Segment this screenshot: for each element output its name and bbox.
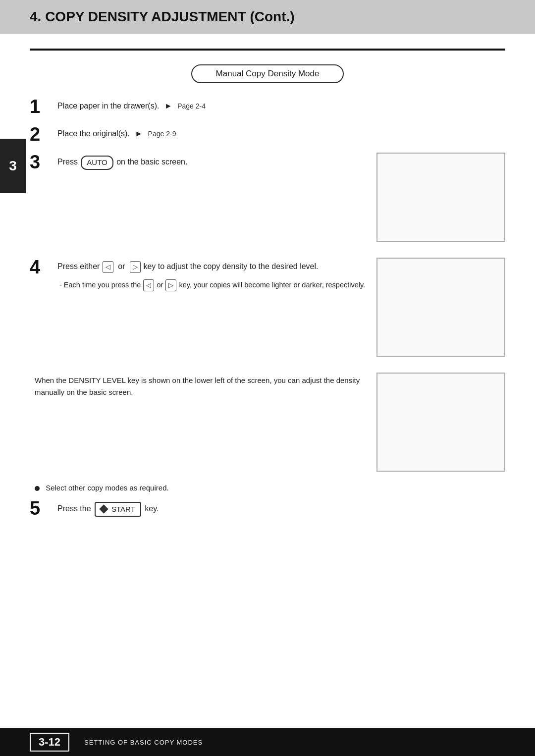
step-1-text: Place paper in the drawer(s). [57,102,159,110]
select-modes-bullet: Select other copy modes as required. [35,483,505,494]
step-1-row: 1 Place paper in the drawer(s). ► Page 2… [30,97,505,116]
step-3-number: 3 [30,153,57,171]
start-key-badge: START [95,502,141,517]
step-1-link: Page 2-4 [177,102,206,110]
step-5-row: 5 Press the START key. [30,499,505,518]
step-3-image-row: 3 Press AUTO on the basic screen. [30,153,505,242]
step-1-arrow: ► [164,100,172,112]
step-3-content: Press AUTO on the basic screen. [57,153,367,170]
step-1-content: Place paper in the drawer(s). ► Page 2-4 [57,97,505,112]
side-tab-label: 3 [9,158,17,174]
select-modes-text: Select other copy modes as required. [46,484,168,492]
step-4-number: 4 [30,258,57,276]
step-3-row: 3 Press AUTO on the basic screen. [30,153,367,171]
step-2-content: Place the original(s). ► Page 2-9 [57,125,505,140]
density-level-note: When the DENSITY LEVEL key is shown on t… [35,375,367,398]
step-4-image [376,258,505,357]
step-3-image-placeholder [376,153,505,242]
side-tab: 3 [0,139,26,193]
footer-page: 3-12 [30,733,69,752]
bullet-dot [35,486,40,491]
step-5-number: 5 [30,499,57,518]
main-content: Manual Copy Density Mode 1 Place paper i… [0,34,535,541]
step-5-after: key. [145,504,159,513]
header-banner: 4. COPY DENSITY ADJUSTMENT (Cont.) [0,0,535,34]
mode-badge: Manual Copy Density Mode [191,64,344,83]
step-3-image [376,153,505,242]
step-4-press: Press either [57,262,100,270]
density-key-right: ▷ [130,261,141,273]
density-note-image [376,373,505,472]
step-5-press: Press the [57,504,91,513]
top-rule [30,49,505,51]
auto-key-badge: AUTO [81,156,113,170]
step-2-text: Place the original(s). [57,129,130,138]
footer: 3-12 SETTING OF BASIC COPY MODES [0,728,535,756]
step-2-link: Page 2-9 [148,130,176,138]
density-note-left: When the DENSITY LEVEL key is shown on t… [30,373,367,400]
density-key-left: ◁ [103,261,113,273]
step-2-number: 2 [30,125,57,144]
step-3-after: on the basic screen. [116,158,187,166]
step-4-after: key to adjust the copy density to the de… [143,262,318,270]
step-4-or: or [118,262,125,270]
step-5-content: Press the START key. [57,499,505,517]
step-4-row: 4 Press either ◁ or ▷ key to adjust the … [30,258,367,276]
note-density-right: ▷ [165,279,176,291]
step-4-image-row: 4 Press either ◁ or ▷ key to adjust the … [30,258,505,357]
step-4-note: - Each time you press the ◁ or ▷ key, yo… [59,279,367,291]
step-3-press: Press [57,158,78,166]
diamond-icon [99,505,108,514]
step-1-number: 1 [30,97,57,116]
footer-label: SETTING OF BASIC COPY MODES [84,739,203,746]
step-4-content: Press either ◁ or ▷ key to adjust the co… [57,258,367,273]
note-density-left: ◁ [143,279,154,291]
step-4-image-placeholder [376,258,505,357]
mode-badge-wrap: Manual Copy Density Mode [30,64,505,83]
density-note-image-placeholder [376,373,505,472]
step-4-left: 4 Press either ◁ or ▷ key to adjust the … [30,258,367,293]
step-3-left: 3 Press AUTO on the basic screen. [30,153,367,171]
step-2-arrow: ► [135,128,143,140]
density-note-row: When the DENSITY LEVEL key is shown on t… [30,373,505,472]
header-title: 4. COPY DENSITY ADJUSTMENT (Cont.) [30,9,295,24]
start-key-label: START [111,504,135,515]
step-2-row: 2 Place the original(s). ► Page 2-9 [30,125,505,144]
